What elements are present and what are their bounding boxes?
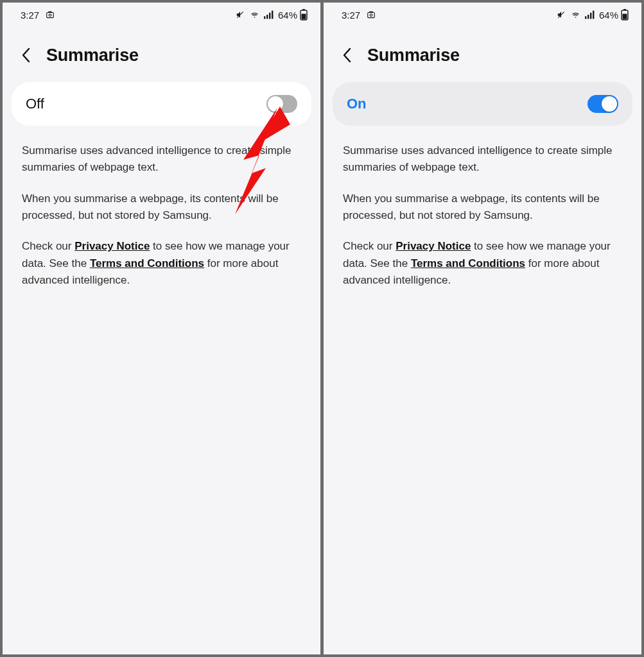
back-button[interactable] xyxy=(338,45,356,65)
privacy-notice-link[interactable]: Privacy Notice xyxy=(74,240,150,252)
back-button[interactable] xyxy=(17,45,35,65)
battery-percent: 64% xyxy=(278,10,297,21)
svg-rect-5 xyxy=(266,15,268,19)
svg-rect-23 xyxy=(623,9,626,10)
toggle-state-label: Off xyxy=(26,96,44,112)
svg-rect-2 xyxy=(48,12,52,13)
svg-rect-6 xyxy=(269,13,270,19)
toggle-state-label: On xyxy=(347,96,367,112)
svg-rect-13 xyxy=(368,13,375,18)
battery-indicator: 64% xyxy=(599,9,629,21)
switch-knob xyxy=(602,96,617,112)
mute-icon xyxy=(235,10,245,19)
signal-icon xyxy=(585,10,595,19)
mute-icon xyxy=(556,10,566,19)
summarise-toggle-row[interactable]: Off xyxy=(12,82,311,126)
explanation-p3: Check our Privacy Notice to see how we m… xyxy=(22,238,301,289)
svg-rect-20 xyxy=(593,11,594,19)
status-bar: 3:27 64% xyxy=(324,3,641,27)
svg-point-1 xyxy=(49,14,51,17)
svg-rect-7 xyxy=(272,11,273,19)
status-time: 3:27 xyxy=(21,10,39,21)
svg-rect-15 xyxy=(369,12,373,13)
battery-indicator: 64% xyxy=(278,9,308,21)
svg-rect-0 xyxy=(47,13,54,18)
explanation-p2: When you summarise a webpage, its conten… xyxy=(343,191,622,225)
svg-rect-10 xyxy=(302,9,305,10)
wifi-icon xyxy=(570,10,581,19)
terms-conditions-link[interactable]: Terms and Conditions xyxy=(90,257,204,269)
screenshot-icon xyxy=(46,10,55,19)
summarise-switch[interactable] xyxy=(587,95,618,113)
summarise-toggle-row[interactable]: On xyxy=(333,82,632,126)
switch-knob xyxy=(268,96,283,112)
svg-rect-19 xyxy=(590,13,591,19)
explanation-text: Summarise uses advanced intelligence to … xyxy=(324,126,641,320)
svg-point-14 xyxy=(370,14,372,17)
status-bar: 3:27 64% xyxy=(3,3,320,27)
page-title: Summarise xyxy=(46,46,139,65)
svg-rect-9 xyxy=(302,14,306,19)
svg-rect-17 xyxy=(585,16,586,19)
explanation-p3: Check our Privacy Notice to see how we m… xyxy=(343,238,622,289)
signal-icon xyxy=(264,10,274,19)
explanation-p1: Summarise uses advanced intelligence to … xyxy=(22,142,301,176)
privacy-notice-link[interactable]: Privacy Notice xyxy=(396,240,471,252)
page-header: Summarise xyxy=(3,27,320,82)
wifi-icon xyxy=(249,10,260,19)
svg-rect-22 xyxy=(623,14,627,19)
explanation-text: Summarise uses advanced intelligence to … xyxy=(3,126,320,320)
summarise-switch[interactable] xyxy=(266,95,297,113)
svg-rect-18 xyxy=(587,15,589,19)
screenshot-icon xyxy=(367,10,376,19)
phone-screenshot-off: 3:27 64% xyxy=(3,3,320,654)
explanation-p1: Summarise uses advanced intelligence to … xyxy=(343,142,622,176)
terms-conditions-link[interactable]: Terms and Conditions xyxy=(411,257,525,269)
phone-screenshot-on: 3:27 64% xyxy=(324,3,641,654)
status-time: 3:27 xyxy=(342,10,360,21)
page-title: Summarise xyxy=(367,46,460,65)
explanation-p2: When you summarise a webpage, its conten… xyxy=(22,191,301,225)
battery-percent: 64% xyxy=(599,10,618,21)
svg-rect-4 xyxy=(264,16,265,19)
page-header: Summarise xyxy=(324,27,641,82)
